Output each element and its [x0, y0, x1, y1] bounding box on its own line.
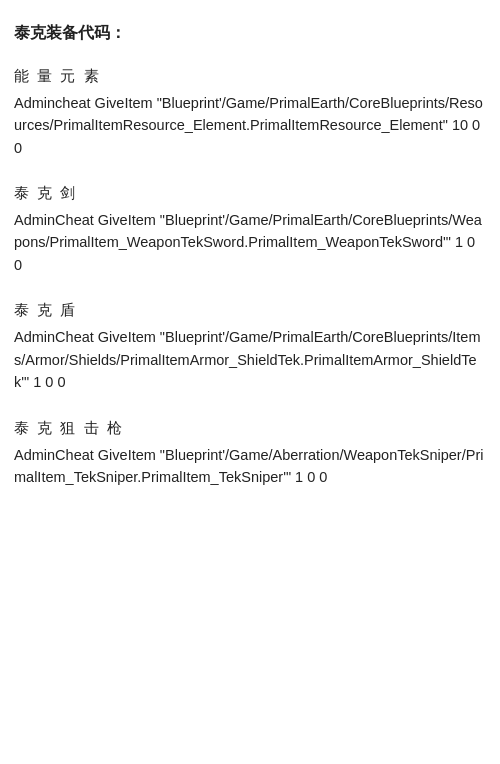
- item-code-energy-element: Admincheat GiveItem "Blueprint'/Game/Pri…: [14, 92, 486, 159]
- item-code-tek-shield: AdminCheat GiveItem "Blueprint'/Game/Pri…: [14, 326, 486, 393]
- item-label-tek-sniper: 泰 克 狙 击 枪: [14, 416, 486, 440]
- item-block-tek-sniper: 泰 克 狙 击 枪AdminCheat GiveItem "Blueprint'…: [14, 416, 486, 489]
- item-block-energy-element: 能 量 元 素Admincheat GiveItem "Blueprint'/G…: [14, 64, 486, 159]
- item-code-tek-sword: AdminCheat GiveItem "Blueprint'/Game/Pri…: [14, 209, 486, 276]
- item-block-tek-shield: 泰 克 盾AdminCheat GiveItem "Blueprint'/Gam…: [14, 298, 486, 393]
- items-list: 能 量 元 素Admincheat GiveItem "Blueprint'/G…: [14, 64, 486, 489]
- page-title: 泰克装备代码：: [14, 20, 486, 46]
- item-label-tek-sword: 泰 克 剑: [14, 181, 486, 205]
- item-block-tek-sword: 泰 克 剑AdminCheat GiveItem "Blueprint'/Gam…: [14, 181, 486, 276]
- item-label-energy-element: 能 量 元 素: [14, 64, 486, 88]
- item-label-tek-shield: 泰 克 盾: [14, 298, 486, 322]
- item-code-tek-sniper: AdminCheat GiveItem "Blueprint'/Game/Abe…: [14, 444, 486, 489]
